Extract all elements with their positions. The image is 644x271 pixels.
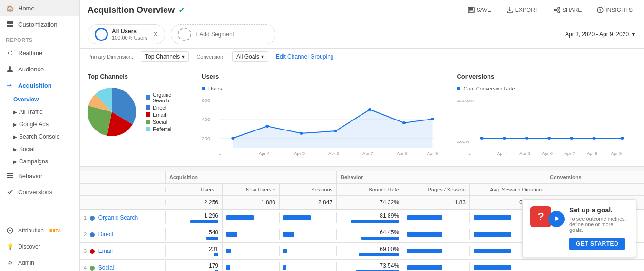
channel-cell[interactable]: 1 Organic Search [80,211,166,224]
channel-cell[interactable]: 3 Email [80,245,166,257]
conv-cell [546,265,644,271]
segment-info: All Users 100.00% Users [112,28,147,40]
page-header: Acquisition Overview ✓ SAVE EXPORT SHARE… [80,0,644,20]
sidebar-item-acquisition[interactable]: Acquisition [0,77,79,93]
direct-label: Direct [153,105,166,110]
date-range-label: Apr 3, 2020 - Apr 9, 2020 [565,31,629,38]
sidebar-item-audience[interactable]: Audience [0,61,79,77]
legend-social: Social [146,119,186,125]
data-table: Acquisition Behavior Conversions Users ↓… [80,171,644,271]
main-content: Acquisition Overview ✓ SAVE EXPORT SHARE… [80,0,644,271]
home-icon: 🏠 [6,4,14,12]
segment-name: All Users [112,28,147,35]
add-segment-button[interactable]: + Add Segment [171,24,275,44]
svg-text:...: ... [468,151,472,156]
table-row: 4 Social 179 73.54% [80,260,644,271]
get-started-button[interactable]: GET STARTED [569,238,625,250]
segment-all-users[interactable]: All Users 100.00% Users × [88,24,165,44]
sidebar-item-behavior[interactable]: Behavior [0,168,79,184]
col-header-new-users[interactable]: New Users ↑ [223,184,280,195]
sidebar-item-admin[interactable]: ⚙ Admin [0,255,79,271]
export-icon [507,7,513,13]
svg-point-15 [558,11,560,13]
behavior-icon [6,171,14,180]
svg-text:Apr 5: Apr 5 [520,151,531,156]
edit-channel-grouping-link[interactable]: Edit Channel Grouping [276,53,333,60]
empty-header [80,171,166,183]
sidebar-item-home[interactable]: 🏠 Home [0,0,79,16]
export-button[interactable]: EXPORT [503,5,542,15]
channel-cell[interactable]: 2 Direct [80,228,166,241]
sessions-cell [280,262,337,271]
sidebar-item-discover[interactable]: 💡 Discover [0,239,79,255]
sidebar-item-attribution[interactable]: Attribution BETA [0,222,79,239]
behavior-group-header: Behavior [337,171,546,183]
svg-text:Apr 6: Apr 6 [328,151,339,156]
referral-label: Referral [153,126,171,132]
users-cell: 540 [166,226,223,242]
svg-point-46 [570,137,574,140]
sidebar-sub-search-console[interactable]: ▶ Search Console [0,130,79,143]
sidebar-sub-social[interactable]: ▶ Social [0,143,79,155]
primary-dimension-select[interactable]: Top Channels ▾ [141,51,189,62]
bounce-cell: 69.00% [337,243,403,259]
primary-dimension-chevron: ▾ [182,53,185,60]
svg-rect-3 [10,25,13,27]
conversions-legend: Goal Conversion Rate [457,86,636,91]
svg-text:Apr 4: Apr 4 [259,151,270,156]
conversion-chevron: ▾ [261,53,264,60]
sidebar-sub-google-ads[interactable]: ▶ Google Ads [0,118,79,130]
channel-cell[interactable]: 4 Social [80,261,166,271]
total-pages: 1.83 [403,196,470,209]
sidebar-item-customization[interactable]: Customization [0,16,79,32]
top-channels-panel: Top Channels [80,65,194,166]
sessions-cell [280,212,337,223]
sidebar-item-conversions[interactable]: Conversions [0,184,79,200]
top-channels-title: Top Channels [88,73,186,80]
charts-row: Top Channels [80,65,644,167]
date-range-selector[interactable]: Apr 3, 2020 - Apr 9, 2020 ▼ [565,31,636,38]
add-segment-label: + Add Segment [195,31,234,38]
save-button[interactable]: SAVE [464,5,495,15]
email-label: Email [153,112,166,118]
goal-card-content: Set up a goal. To see outcome metrics, d… [569,206,628,250]
sidebar-sub-campaigns[interactable]: ▶ Campaigns [0,155,79,168]
conversion-select[interactable]: All Goals ▾ [232,51,268,62]
users-legend-label: Users [208,86,222,91]
sidebar: 🏠 Home Customization REPORTS ⏱ Realtime … [0,0,80,271]
acquisition-group-header: Acquisition [166,171,337,183]
col-header-sessions[interactable]: Sessions [280,184,337,195]
svg-point-43 [503,137,506,140]
legend-referral: Referral [146,126,186,132]
pie-container: Organic Search Direct Email Social [88,86,186,138]
social-label: Social [153,119,167,125]
pages-cell [403,229,470,240]
svg-line-17 [556,10,558,11]
col-header-bounce[interactable]: Bounce Rate [337,184,403,195]
attribution-beta-badge: BETA [49,228,61,233]
segment-close-icon[interactable]: × [153,30,157,39]
svg-rect-0 [7,21,10,24]
svg-text:0.00%: 0.00% [457,140,469,144]
svg-point-47 [593,137,596,140]
svg-point-14 [554,9,556,11]
total-users: 2,256 [166,196,223,209]
new-users-cell [223,246,280,256]
sidebar-item-realtime[interactable]: ⏱ Realtime [0,45,79,61]
col-header-duration[interactable]: Avg. Session Duration [470,184,546,195]
goal-card-description: To see outcome metrics, define one or mo… [569,216,628,233]
col-header-pages[interactable]: Pages / Session [403,184,470,195]
legend-organic: Organic Search [146,92,186,103]
svg-rect-12 [469,10,473,12]
svg-text:600: 600 [202,98,210,103]
sidebar-sub-all-traffic[interactable]: ▶ All Traffic [0,106,79,118]
svg-text:100.00%: 100.00% [457,99,474,103]
col-header-users[interactable]: Users ↓ [166,184,223,195]
insights-button[interactable]: ? INSIGHTS [593,5,636,15]
sidebar-sub-overview[interactable]: Overview [0,93,79,106]
col-header-channel[interactable] [80,187,166,192]
pages-cell [403,246,470,256]
svg-text:Apr 8: Apr 8 [587,151,598,156]
share-button[interactable]: SHARE [550,5,585,15]
svg-point-29 [334,130,337,132]
